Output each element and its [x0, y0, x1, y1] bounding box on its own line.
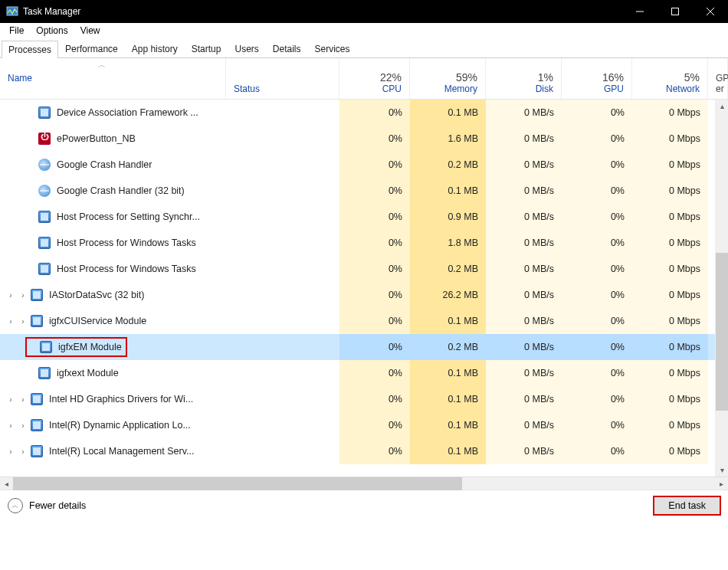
header-network[interactable]: 5% Network: [632, 58, 708, 99]
expand-chevron-icon[interactable]: ›: [18, 291, 28, 300]
net-cell: 0 Mbps: [632, 126, 708, 152]
disk-cell: 0 MB/s: [486, 386, 562, 412]
process-row[interactable]: Google Crash Handler (32 bit)0%0.1 MB0 M…: [0, 178, 728, 204]
process-name-cell[interactable]: Host Process for Windows Tasks: [0, 256, 226, 282]
process-name-cell[interactable]: Host Process for Windows Tasks: [0, 230, 226, 256]
cpu-cell: 0%: [339, 100, 410, 126]
app-icon: [31, 419, 43, 431]
tab-processes[interactable]: Processes: [2, 41, 58, 58]
status-cell: [226, 334, 339, 360]
process-name: Host Process for Windows Tasks: [57, 264, 196, 274]
cpu-cell: 0%: [339, 360, 410, 386]
process-name: igfxEM Module: [58, 342, 122, 352]
mem-cell: 0.1 MB: [410, 386, 486, 412]
menu-file[interactable]: File: [3, 24, 30, 38]
expand-chevron-icon[interactable]: ›: [6, 291, 15, 300]
process-row[interactable]: Host Process for Windows Tasks0%0.2 MB0 …: [0, 256, 728, 282]
process-name-cell[interactable]: ››igfxCUIService Module: [0, 308, 226, 334]
expand-chevron-icon[interactable]: ›: [6, 447, 15, 456]
status-cell: [226, 126, 339, 152]
menu-options[interactable]: Options: [30, 24, 74, 38]
status-cell: [226, 178, 339, 204]
process-name-cell[interactable]: igfxEM Module: [0, 334, 226, 360]
process-row[interactable]: Host Process for Windows Tasks0%1.8 MB0 …: [0, 230, 728, 256]
disk-cell: 0 MB/s: [486, 256, 562, 282]
tab-users[interactable]: Users: [228, 40, 265, 57]
scroll-down-icon[interactable]: ▾: [716, 464, 728, 477]
tab-details[interactable]: Details: [266, 40, 308, 57]
process-row[interactable]: Google Crash Handler0%0.2 MB0 MB/s0%0 Mb…: [0, 152, 728, 178]
header-status[interactable]: Status: [226, 58, 339, 99]
header-gpu[interactable]: 16% GPU: [562, 58, 632, 99]
header-name[interactable]: ︿ Name: [0, 58, 226, 99]
status-cell: [226, 152, 339, 178]
expand-chevron-icon[interactable]: ›: [18, 317, 28, 326]
process-name-cell[interactable]: ePowerButton_NB: [0, 126, 226, 152]
process-name: Google Crash Handler (32 bit): [57, 185, 185, 196]
menu-view[interactable]: View: [74, 24, 107, 38]
header-extra[interactable]: GPU er: [708, 58, 728, 99]
fewer-details-toggle[interactable]: ︿ Fewer details: [8, 498, 86, 513]
expand-chevron-icon[interactable]: ›: [6, 317, 15, 326]
net-cell: 0 Mbps: [632, 438, 708, 464]
net-cell: 0 Mbps: [632, 282, 708, 308]
cpu-cell: 0%: [339, 126, 410, 152]
process-name-cell[interactable]: Host Process for Setting Synchr...: [0, 204, 226, 230]
process-row[interactable]: Host Process for Setting Synchr...0%0.9 …: [0, 204, 728, 230]
process-name-cell[interactable]: ››Intel(R) Local Management Serv...: [0, 438, 226, 464]
net-cell: 0 Mbps: [632, 178, 708, 204]
minimize-button[interactable]: [622, 0, 657, 23]
scroll-up-icon[interactable]: ▴: [716, 100, 728, 113]
app-icon: [40, 341, 52, 353]
header-disk[interactable]: 1% Disk: [486, 58, 562, 99]
end-task-button[interactable]: End task: [654, 496, 720, 515]
process-name-cell[interactable]: Google Crash Handler: [0, 152, 226, 178]
process-name-cell[interactable]: Device Association Framework ...: [0, 100, 226, 126]
process-row[interactable]: ››igfxCUIService Module0%0.1 MB0 MB/s0%0…: [0, 308, 728, 334]
process-name-cell[interactable]: igfxext Module: [0, 360, 226, 386]
process-name: Host Process for Setting Synchr...: [57, 211, 200, 222]
process-row[interactable]: ePowerButton_NB0%1.6 MB0 MB/s0%0 Mbps: [0, 126, 728, 152]
process-row[interactable]: igfxEM Module0%0.2 MB0 MB/s0%0 Mbps: [0, 334, 728, 360]
tab-services[interactable]: Services: [308, 40, 357, 57]
process-name: Intel(R) Local Management Serv...: [49, 446, 194, 457]
expand-chevron-icon[interactable]: ›: [6, 395, 15, 404]
scroll-right-icon[interactable]: ▸: [715, 477, 728, 490]
process-name-cell[interactable]: Google Crash Handler (32 bit): [0, 178, 226, 204]
horizontal-scrollbar[interactable]: ◂ ▸: [0, 477, 728, 490]
expand-chevron-icon[interactable]: ›: [18, 395, 28, 404]
process-name: Intel(R) Dynamic Application Lo...: [49, 420, 191, 431]
expand-chevron-icon[interactable]: ›: [18, 421, 28, 430]
scroll-left-icon[interactable]: ◂: [0, 477, 13, 490]
hscroll-thumb[interactable]: [13, 477, 462, 490]
net-cell: 0 Mbps: [632, 412, 708, 438]
process-name-cell[interactable]: ››IAStorDataSvc (32 bit): [0, 282, 226, 308]
tab-performance[interactable]: Performance: [58, 40, 125, 57]
process-name-cell[interactable]: ››Intel HD Graphics Drivers for Wi...: [0, 386, 226, 412]
disk-cell: 0 MB/s: [486, 204, 562, 230]
close-button[interactable]: [693, 0, 728, 23]
mem-cell: 1.8 MB: [410, 230, 486, 256]
tab-startup[interactable]: Startup: [185, 40, 228, 57]
process-row[interactable]: ››Intel(R) Local Management Serv...0%0.1…: [0, 438, 728, 464]
process-row[interactable]: ››IAStorDataSvc (32 bit)0%26.2 MB0 MB/s0…: [0, 282, 728, 308]
process-row[interactable]: igfxext Module0%0.1 MB0 MB/s0%0 Mbps: [0, 360, 728, 386]
gpu-cell: 0%: [562, 386, 632, 412]
process-row[interactable]: Device Association Framework ...0%0.1 MB…: [0, 100, 728, 126]
net-cell: 0 Mbps: [632, 386, 708, 412]
process-row[interactable]: ››Intel(R) Dynamic Application Lo...0%0.…: [0, 412, 728, 438]
vertical-scrollbar[interactable]: ▴ ▾: [715, 100, 728, 477]
cpu-cell: 0%: [339, 282, 410, 308]
net-cell: 0 Mbps: [632, 360, 708, 386]
process-grid: Device Association Framework ...0%0.1 MB…: [0, 100, 728, 477]
expand-chevron-icon[interactable]: ›: [18, 447, 28, 456]
process-row[interactable]: ››Intel HD Graphics Drivers for Wi...0%0…: [0, 386, 728, 412]
titlebar: Task Manager: [0, 0, 728, 23]
process-name-cell[interactable]: ››Intel(R) Dynamic Application Lo...: [0, 412, 226, 438]
maximize-button[interactable]: [657, 0, 693, 23]
header-memory[interactable]: 59% Memory: [410, 58, 486, 99]
vscroll-thumb[interactable]: [716, 253, 728, 411]
expand-chevron-icon[interactable]: ›: [6, 421, 15, 430]
tab-app-history[interactable]: App history: [125, 40, 185, 57]
header-cpu[interactable]: 22% CPU: [339, 58, 410, 99]
